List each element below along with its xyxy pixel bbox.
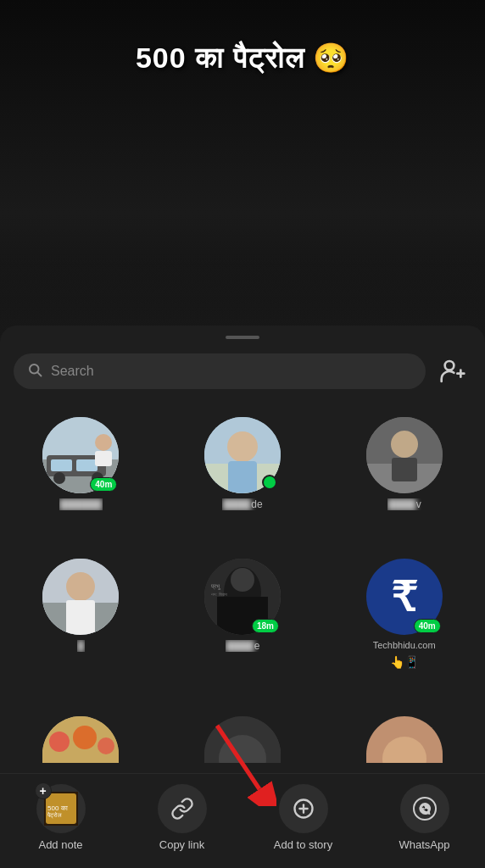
svg-point-35 <box>98 737 114 754</box>
search-placeholder: Search <box>51 364 94 379</box>
partial-contacts-row <box>0 713 485 773</box>
add-to-story-label: Add to story <box>274 838 332 851</box>
whatsapp-icon-circle <box>400 784 449 833</box>
search-icon <box>27 362 42 381</box>
contact-item[interactable]: ████de <box>162 407 324 548</box>
story-icon <box>292 797 315 821</box>
add-note-label: Add note <box>38 838 82 851</box>
svg-rect-25 <box>66 600 95 635</box>
svg-text:पैट्रोल: पैट्रोल <box>47 811 62 819</box>
contact-name: █ <box>77 640 85 652</box>
contact-item[interactable]: █ <box>0 548 162 707</box>
copy-link-action[interactable]: Copy link <box>148 784 216 851</box>
svg-line-1 <box>37 372 41 376</box>
svg-line-39 <box>217 726 259 789</box>
time-badge: 18m <box>252 619 279 633</box>
partial-contact[interactable] <box>162 713 324 766</box>
svg-point-34 <box>73 726 97 749</box>
add-note-action[interactable]: 500 का पैट्रोल + Add note <box>27 784 95 851</box>
contact-item[interactable]: ████v <box>323 407 485 548</box>
svg-rect-9 <box>76 459 98 471</box>
copy-link-icon-circle <box>158 784 207 833</box>
svg-point-20 <box>391 431 418 458</box>
contact-name: ████v <box>387 498 421 510</box>
add-to-story-action[interactable]: Add to story <box>270 784 337 851</box>
whatsapp-action[interactable]: WhatsApp <box>391 784 459 851</box>
video-area: 500 का पैट्रोल 🥺 <box>0 0 485 356</box>
online-badge <box>262 475 277 490</box>
link-icon <box>170 797 194 821</box>
time-badge: 40m <box>90 477 117 492</box>
svg-point-10 <box>53 472 65 484</box>
svg-rect-17 <box>228 461 257 493</box>
svg-text:नमः शिवाय: नमः शिवाय <box>210 592 227 597</box>
svg-point-28 <box>231 568 254 592</box>
whatsapp-label: WhatsApp <box>399 838 450 851</box>
bottom-sheet: Search <box>0 326 485 868</box>
avatar <box>366 417 443 493</box>
contact-item[interactable]: प्रभु नमः शिवाय 18m ████e <box>162 548 324 707</box>
whatsapp-icon <box>412 796 438 821</box>
contact-name: ██████ <box>59 498 103 510</box>
avatar <box>42 559 119 635</box>
add-to-story-icon-circle <box>279 784 328 833</box>
svg-point-16 <box>227 431 258 462</box>
svg-rect-8 <box>51 459 72 471</box>
contact-item[interactable]: 40m ██████ <box>0 407 162 548</box>
plus-badge: + <box>35 782 52 799</box>
svg-point-24 <box>66 572 95 601</box>
contact-name: ████e <box>226 640 260 652</box>
video-title: 500 का पैट्रोल 🥺 <box>136 41 349 75</box>
contact-item-techbhidu[interactable]: ₹ 40m Techbhidu.com 👆📱 <box>323 548 485 707</box>
svg-point-33 <box>49 732 70 752</box>
svg-rect-13 <box>95 451 112 466</box>
copy-link-label: Copy link <box>159 838 204 851</box>
contacts-grid: 40m ██████ █ <box>0 400 485 713</box>
time-badge: 40m <box>414 619 441 633</box>
svg-text:500 का: 500 का <box>47 804 68 812</box>
svg-point-2 <box>445 361 454 370</box>
search-section: Search <box>0 339 485 400</box>
partial-contact[interactable] <box>0 713 162 766</box>
partial-contact[interactable] <box>323 713 485 766</box>
search-bar[interactable]: Search <box>14 353 426 389</box>
techbhidu-name: Techbhidu.com <box>373 640 436 650</box>
svg-point-12 <box>95 434 112 451</box>
svg-rect-21 <box>392 458 417 481</box>
add-contact-button[interactable] <box>434 353 471 390</box>
contact-name: ████de <box>222 498 262 510</box>
